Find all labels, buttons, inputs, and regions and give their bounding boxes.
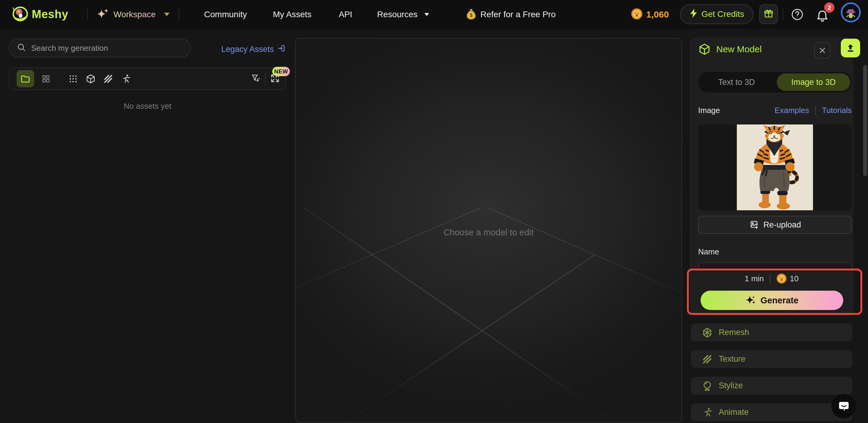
coin-icon [776,273,787,284]
toolbar-divider [265,73,266,85]
tab-text-to-3d[interactable]: Text to 3D [698,72,775,93]
folder-view-button[interactable] [17,70,34,87]
meshy-logo-icon [11,5,29,24]
texture-icon [103,74,113,84]
texture-button[interactable]: Texture [691,350,852,368]
coin-icon [631,8,643,21]
tiger-character-image [737,125,813,210]
animate-button[interactable]: Animate [691,403,852,421]
topbar-divider [87,9,88,20]
texture-icon [702,354,713,365]
help-icon [790,17,804,22]
new-model-panel: New Model Text to 3D Image to 3D Image E… [690,37,854,316]
brand-name: Meshy [32,8,68,21]
search-bar[interactable] [9,39,191,57]
credit-cost: 10 [790,274,799,284]
search-input[interactable] [31,43,176,53]
generate-bar: 1 min 10 Generate [690,270,854,316]
cube-icon [698,43,711,56]
topbar-divider [783,9,783,20]
topbar: Meshy Workspace Community My Assets API … [0,0,868,29]
assets-toolbar [9,67,286,90]
upload-button[interactable] [841,39,860,57]
runner-icon [702,407,713,418]
uploaded-image-preview[interactable] [698,125,852,210]
gift-button[interactable] [759,4,778,24]
funnel-icon [251,73,261,84]
avatar[interactable] [841,2,861,22]
upload-icon [845,43,856,53]
lightning-icon [689,8,698,20]
image-upload-icon [749,220,759,230]
workspace-menu[interactable]: Workspace [97,7,170,22]
nav-community[interactable]: Community [204,10,247,19]
image-label: Image [698,106,720,115]
nav-refer[interactable]: $ Refer for a Free Pro [466,8,556,21]
brand-logo[interactable]: Meshy [11,5,68,24]
bell-icon [815,18,829,23]
gift-icon [764,8,774,20]
workspace-label: Workspace [114,10,156,19]
get-credits-button[interactable]: Get Credits [680,4,753,24]
filter-all-button[interactable] [64,70,82,87]
close-panel-button[interactable] [814,42,831,59]
sort-filter-button[interactable] [251,73,261,85]
name-label: Name [698,247,719,257]
crystal-ball-icon [702,381,713,391]
nav-api[interactable]: API [339,10,352,19]
nav-resources[interactable]: Resources [377,10,429,19]
remesh-icon [702,327,713,338]
viewport-hint: Choose a model to edit [296,228,682,237]
runner-icon [121,74,131,84]
filter-textures-button[interactable] [99,70,117,87]
credits-balance[interactable]: 1,060 [631,0,669,29]
scrollbar-thumb[interactable] [863,65,867,176]
support-chat-button[interactable] [831,394,856,419]
info-divider [770,274,770,284]
stylize-button[interactable]: Stylize [691,377,852,395]
chevron-down-icon [424,13,429,16]
remesh-button[interactable]: Remesh [691,324,852,341]
panel-title: New Model [716,44,762,54]
panel-header: New Model [698,43,762,56]
notification-badge: 2 [824,2,834,13]
viewport-3d[interactable]: Choose a model to edit [295,38,682,423]
meshy-app: Meshy Workspace Community My Assets API … [0,0,868,423]
nav-my-assets[interactable]: My Assets [273,10,312,19]
tutorials-link[interactable]: Tutorials [822,106,852,115]
filter-animations-button[interactable] [117,70,134,87]
close-icon [818,46,826,54]
dots-grid-icon [68,74,78,84]
credits-count: 1,060 [646,9,669,20]
chevron-down-icon [164,13,169,16]
generate-button[interactable]: Generate [701,291,843,310]
mode-tabs: Text to 3D Image to 3D [698,72,852,93]
grid-view-button[interactable] [37,70,55,87]
svg-text:$: $ [470,13,472,18]
new-feature-badge: NEW [272,67,290,76]
mushroom-avatar-image [844,5,858,20]
help-button[interactable] [790,8,804,22]
money-bag-icon: $ [466,8,476,21]
empty-assets-message: No assets yet [0,101,295,111]
topbar-divider [179,9,179,20]
image-section-header: Image Examples Tutorials [698,106,852,115]
search-icon [17,42,26,54]
estimated-time: 1 min [745,274,764,284]
chat-icon [837,400,850,413]
legacy-assets-link[interactable]: Legacy Assets [221,44,286,55]
sparkles-icon [745,295,756,306]
links-divider [815,106,816,115]
tab-image-to-3d[interactable]: Image to 3D [777,73,850,91]
grid-icon [41,74,51,84]
filter-models-button[interactable] [82,70,99,87]
sparkle-icon [97,7,110,22]
cube-icon [86,74,96,84]
folder-icon [20,74,31,84]
reupload-button[interactable]: Re-upload [698,216,852,234]
generation-info: 1 min 10 [690,273,854,284]
examples-link[interactable]: Examples [775,106,809,115]
external-link-icon [277,44,286,55]
